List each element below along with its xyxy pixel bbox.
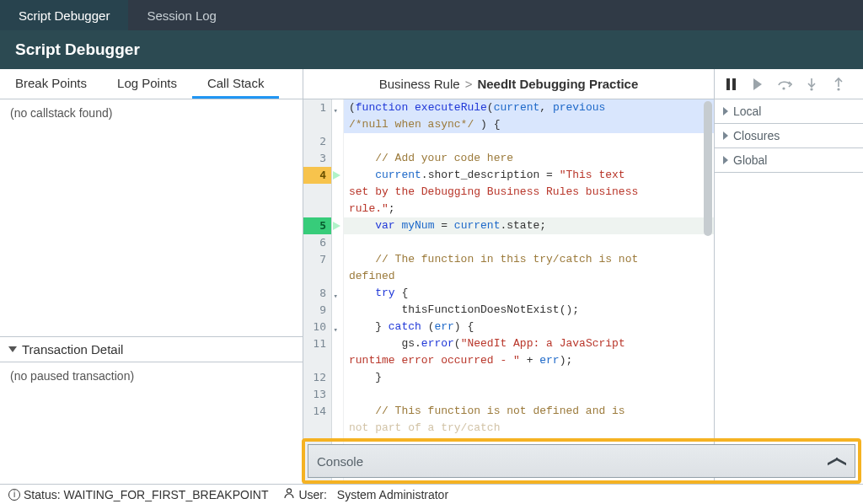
tab-script-debugger[interactable]: Script Debugger — [0, 0, 128, 30]
caret-right-icon — [723, 107, 728, 115]
pause-button[interactable] — [723, 77, 738, 92]
svg-point-5 — [287, 489, 292, 493]
status-bar: i Status: WAITING_FOR_FIRST_BREAKPOINT U… — [0, 484, 863, 504]
info-icon: i — [8, 489, 20, 501]
step-over-button[interactable] — [777, 77, 792, 92]
tab-callstack[interactable]: Call Stack — [192, 69, 280, 99]
current-line-marker-icon — [332, 217, 343, 234]
breadcrumb-category: Business Rule — [379, 77, 460, 91]
user-name: System Administrator — [337, 488, 448, 501]
gutter[interactable]: 1▾ 2 3 4 5 6 7 8▾ 9 10▾ 11 12 — [303, 99, 332, 484]
breadcrumb-name: NeedIt Debugging Practice — [477, 77, 638, 91]
user-icon — [283, 487, 295, 501]
status-value: WAITING_FOR_FIRST_BREAKPOINT — [63, 488, 268, 501]
code-body[interactable]: (function executeRule(current, previous … — [344, 99, 714, 484]
breadcrumb: Business Rule > NeedIt Debugging Practic… — [303, 69, 714, 99]
no-callstack-msg: (no callstack found) — [0, 99, 303, 126]
scope-global[interactable]: Global — [715, 148, 863, 173]
tab-session-log[interactable]: Session Log — [128, 0, 235, 30]
exec-marker-col — [332, 99, 344, 484]
transaction-detail-label: Transaction Detail — [22, 342, 123, 357]
status-label: Status: — [24, 488, 61, 501]
center-pane: Business Rule > NeedIt Debugging Practic… — [303, 69, 715, 484]
scope-local[interactable]: Local — [715, 99, 863, 124]
debug-controls — [715, 69, 863, 99]
code-scrollbar[interactable] — [704, 101, 712, 236]
transaction-detail-header[interactable]: Transaction Detail — [0, 336, 303, 362]
svg-point-4 — [837, 88, 839, 90]
caret-right-icon — [723, 131, 728, 140]
step-into-button[interactable] — [804, 77, 819, 92]
tab-breakpoints[interactable]: Break Points — [0, 69, 102, 99]
tab-logpoints[interactable]: Log Points — [102, 69, 192, 99]
caret-down-icon — [8, 346, 17, 352]
no-paused-msg: (no paused transaction) — [0, 362, 303, 484]
breadcrumb-sep: > — [465, 77, 473, 91]
main-tab-bar: Script Debugger Session Log — [0, 0, 863, 30]
breakpoint-marker-icon — [332, 167, 343, 184]
chevron-up-icon — [828, 456, 846, 466]
console-label: Console — [317, 454, 363, 469]
page-title: Script Debugger — [0, 30, 863, 69]
resume-button[interactable] — [750, 77, 765, 92]
console-panel-header[interactable]: Console — [308, 444, 855, 478]
user-label: User: — [298, 488, 326, 501]
scope-closures[interactable]: Closures — [715, 124, 863, 148]
console-highlight-box: Console — [302, 438, 861, 484]
svg-point-2 — [810, 88, 812, 90]
caret-right-icon — [723, 156, 728, 164]
step-out-button[interactable] — [831, 77, 846, 92]
code-editor[interactable]: 1▾ 2 3 4 5 6 7 8▾ 9 10▾ 11 12 — [303, 99, 714, 484]
left-pane: Break Points Log Points Call Stack (no c… — [0, 69, 303, 484]
svg-point-0 — [782, 87, 785, 89]
left-tab-bar: Break Points Log Points Call Stack — [0, 69, 303, 99]
right-pane: Local Closures Global — [715, 69, 863, 484]
